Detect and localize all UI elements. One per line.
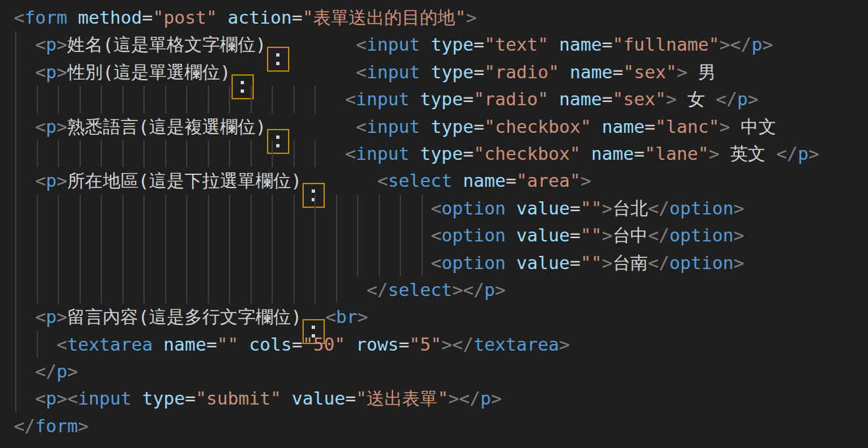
code-segment: <input type="checkbox" name="lanc"> 中文 xyxy=(356,113,776,140)
indent-guide xyxy=(58,276,59,303)
tag-name: option xyxy=(669,198,734,218)
tag-punctuation: > xyxy=(491,388,502,409)
tag-punctuation: </ xyxy=(730,34,752,55)
text-content: 留言內容(這是多行文字欄位) xyxy=(67,307,302,327)
tag-name: input xyxy=(367,34,420,55)
indent-guide xyxy=(293,195,295,222)
code-line[interactable]: <p><input type="submit" value="送出表單"></p… xyxy=(0,385,868,412)
indent-guide xyxy=(101,86,102,112)
tag-punctuation: < xyxy=(356,62,366,82)
code-segment: <select name="area"> xyxy=(377,167,591,194)
code-line[interactable]: <option value="">台中</option> xyxy=(0,222,868,249)
code-line[interactable]: </select></p> xyxy=(0,276,868,303)
indent-guide xyxy=(37,249,38,276)
text-content: 所在地區(這是下拉選單欄位) xyxy=(67,170,302,191)
indent-guide xyxy=(314,249,316,276)
indent-guide xyxy=(314,195,316,222)
indent-guide xyxy=(208,249,209,276)
code-segment: <input type="radio" name="sex"> 男 xyxy=(356,59,715,86)
tag-punctuation: > xyxy=(57,62,67,82)
indent-guide xyxy=(101,276,102,303)
equals-sign: = xyxy=(345,388,356,409)
indent-guide xyxy=(336,276,337,303)
code-line[interactable]: <input type="radio" name="sex"> 女 </p> xyxy=(0,86,868,112)
indent-guide xyxy=(379,195,380,222)
indent-guide xyxy=(251,222,252,249)
indent-guide xyxy=(165,276,166,303)
indent-guide xyxy=(15,331,16,358)
tag-name: p xyxy=(46,62,57,82)
indent-guide xyxy=(122,249,124,276)
indent-guide xyxy=(122,86,124,112)
text-content xyxy=(420,116,431,137)
equals-sign: = xyxy=(142,7,153,28)
code-line[interactable]: <input type="checkbox" name="lane"> 英文 <… xyxy=(0,140,868,167)
code-line[interactable]: <option value="">台南</option> xyxy=(0,249,868,276)
indent-guide xyxy=(165,140,166,167)
tag-punctuation: </ xyxy=(648,253,670,273)
tag-punctuation: < xyxy=(36,307,46,327)
indent-guide xyxy=(15,31,16,58)
attribute-value: "fullname" xyxy=(613,34,720,55)
indent-guide xyxy=(272,276,273,303)
indent-guide xyxy=(15,358,16,385)
attribute-value: "" xyxy=(581,198,602,218)
indent-guide xyxy=(186,249,187,276)
tag-punctuation: > xyxy=(452,280,463,300)
attribute-name: value xyxy=(516,225,569,245)
attribute-name: name xyxy=(559,34,602,55)
code-line[interactable]: <p>熟悉語言(這是複選欄位)：<input type="checkbox" n… xyxy=(0,113,868,140)
code-line[interactable]: </form> xyxy=(0,412,868,439)
tag-punctuation: > xyxy=(602,225,612,245)
text-content xyxy=(281,388,291,409)
indent-guide xyxy=(15,303,16,330)
code-line[interactable]: <p>姓名(這是單格文字欄位)：<input type="text" name=… xyxy=(0,31,868,58)
indent-guide xyxy=(101,249,102,276)
indent-guide xyxy=(229,86,230,112)
code-editor[interactable]: <form method="post" action="表單送出的目的地"><p… xyxy=(0,0,868,448)
attribute-name: name xyxy=(164,334,206,355)
indent-guide xyxy=(293,86,295,112)
tag-punctuation: < xyxy=(36,62,46,82)
tag-punctuation: > xyxy=(734,225,744,245)
equals-sign: = xyxy=(292,7,302,28)
equals-sign: = xyxy=(569,253,580,273)
text-content: 英文 xyxy=(719,143,777,164)
code-line[interactable]: <textarea name="" cols="50" rows="5"></t… xyxy=(0,331,868,358)
attribute-value: "送出表單" xyxy=(356,388,448,409)
indent-guide xyxy=(272,222,273,249)
equals-sign: = xyxy=(569,225,580,245)
tag-punctuation: > xyxy=(734,253,744,273)
code-line[interactable]: <p>性別(這是單選欄位)：<input type="radio" name="… xyxy=(0,59,868,86)
attribute-value: "checkbox" xyxy=(473,143,581,164)
code-line[interactable]: <form method="post" action="表單送出的目的地"> xyxy=(0,4,868,31)
tag-name: input xyxy=(367,116,420,137)
attribute-value: "sex" xyxy=(613,89,666,109)
code-line[interactable]: </p> xyxy=(0,358,868,385)
code-line[interactable]: <p>留言內容(這是多行文字欄位)：<br> xyxy=(0,303,868,330)
indent-guide xyxy=(37,86,38,112)
tag-name: p xyxy=(46,170,57,191)
text-content: 台中 xyxy=(613,225,648,245)
equals-sign: = xyxy=(569,198,580,218)
indent-guide xyxy=(58,222,59,249)
tag-name: option xyxy=(441,198,506,218)
tag-name: input xyxy=(356,143,409,164)
tag-name: textarea xyxy=(473,334,559,355)
text-content: 女 xyxy=(677,89,716,109)
attribute-value: "" xyxy=(217,334,239,355)
text-content xyxy=(559,62,569,82)
code-line[interactable]: <option value="">台北</option> xyxy=(0,195,868,222)
indent-guide xyxy=(400,195,401,222)
tag-punctuation: < xyxy=(356,116,366,137)
text-content: 姓名(這是單格文字欄位) xyxy=(67,34,266,55)
tag-name: p xyxy=(484,280,494,300)
code-line[interactable]: <p>所在地區(這是下拉選單欄位)：<select name="area"> xyxy=(0,167,868,194)
indent-guide xyxy=(15,86,16,112)
indent-guide xyxy=(251,86,252,112)
attribute-value: "" xyxy=(581,225,602,245)
attribute-name: value xyxy=(516,198,569,218)
text-content xyxy=(591,116,602,137)
tag-punctuation: < xyxy=(36,388,46,409)
attribute-value: "表單送出的目的地" xyxy=(302,7,466,28)
